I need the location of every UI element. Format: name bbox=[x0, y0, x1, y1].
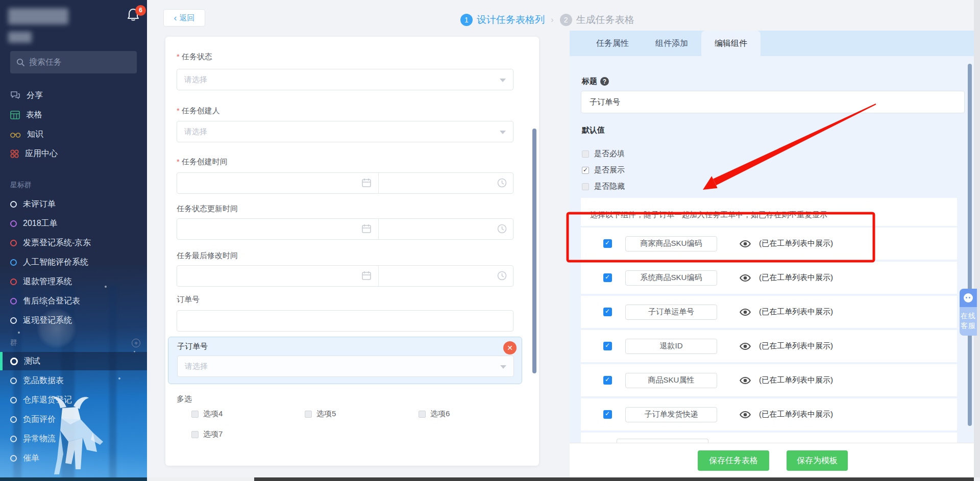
component-row-partial bbox=[581, 433, 957, 443]
group-ring-icon bbox=[10, 377, 17, 384]
eye-icon[interactable] bbox=[740, 273, 751, 283]
sidebar-group-item[interactable]: 发票登记系统-京东 bbox=[0, 234, 147, 252]
tab-add-component[interactable]: 组件添加 bbox=[642, 31, 701, 56]
select-task-status[interactable]: 请选择 bbox=[177, 69, 513, 90]
sidebar-item-tables[interactable]: 表格 bbox=[0, 106, 147, 124]
clock-icon bbox=[497, 271, 507, 281]
sidebar-group-item[interactable]: 异常物流 bbox=[0, 429, 147, 448]
sidebar-group-item[interactable]: 未评订单 bbox=[0, 195, 147, 213]
sidebar-group-item[interactable]: 退款管理系统 bbox=[0, 272, 147, 291]
checkbox-checked-icon bbox=[582, 167, 589, 174]
checkbox-label: 选项5 bbox=[316, 409, 336, 419]
checkbox-option5[interactable]: 选项5 bbox=[305, 409, 336, 419]
search-input[interactable]: 搜索任务 bbox=[10, 51, 137, 73]
add-group-button[interactable]: + bbox=[132, 339, 140, 347]
app-screen: 6 搜索任务 分享 表格 bbox=[0, 0, 980, 481]
input-divider bbox=[378, 266, 379, 286]
group-label: 竞品数据表 bbox=[23, 375, 64, 386]
sidebar-group-item-selected[interactable]: 测试 bbox=[0, 352, 147, 370]
select-placeholder: 请选择 bbox=[185, 362, 208, 371]
editor-tabbar: 任务属性 组件添加 编辑组件 bbox=[570, 31, 974, 56]
datetime-task-created[interactable] bbox=[177, 172, 513, 194]
save-as-template-button[interactable]: 保存为模板 bbox=[787, 450, 848, 471]
eye-icon[interactable] bbox=[740, 410, 751, 419]
sidebar-group-item[interactable]: 负面评价 bbox=[0, 410, 147, 428]
step-separator-chevron: › bbox=[551, 15, 554, 25]
user-subtitle-blurred bbox=[8, 32, 32, 43]
save-task-table-button[interactable]: 保存任务表格 bbox=[698, 450, 769, 471]
checkbox-checked-blue-icon[interactable] bbox=[603, 273, 612, 282]
group-label: 人工智能评价系统 bbox=[23, 257, 88, 268]
checkbox-option4[interactable]: 选项4 bbox=[191, 409, 223, 419]
shown-note: (已在工单列表中展示) bbox=[759, 410, 833, 419]
datetime-status-updated[interactable] bbox=[177, 218, 513, 240]
checkbox-checked-blue-icon[interactable] bbox=[603, 410, 612, 419]
sidebar-item-label: 表格 bbox=[26, 110, 42, 120]
component-pill[interactable]: 退款ID bbox=[625, 339, 717, 354]
group-ring-icon bbox=[10, 358, 18, 365]
datetime-last-modified[interactable] bbox=[177, 265, 513, 287]
checkbox-checked-blue-icon[interactable] bbox=[603, 342, 612, 350]
order-number-input[interactable] bbox=[177, 310, 513, 332]
step-label: 设计任务表格列 bbox=[477, 13, 545, 27]
suborder-select[interactable]: 请选择 bbox=[177, 356, 514, 377]
chevron-down-icon bbox=[500, 131, 506, 134]
online-service-tab[interactable]: 在线客服 bbox=[960, 289, 977, 336]
component-pill[interactable]: 商品SKU属性 bbox=[625, 373, 717, 388]
component-title-input[interactable]: 子订单号 bbox=[581, 91, 965, 113]
horizontal-scrollbar-thumb[interactable] bbox=[254, 477, 974, 481]
form-scrollbar-thumb[interactable] bbox=[532, 129, 536, 373]
checkbox-checked-blue-icon[interactable] bbox=[603, 308, 612, 316]
calendar-icon bbox=[362, 224, 371, 234]
component-pill[interactable]: 商家商品SKU编码 bbox=[625, 236, 717, 251]
component-editor-panel: 任务属性 组件添加 编辑组件 标题 子订单号 默认值 是否必填 是否展示 是否隐… bbox=[570, 31, 974, 481]
group-label: 发票登记系统-京东 bbox=[23, 238, 91, 248]
back-button[interactable]: 返回 bbox=[163, 9, 205, 27]
panel-scrollbar-thumb[interactable] bbox=[968, 64, 972, 426]
checkbox-checked-blue-icon[interactable] bbox=[603, 239, 612, 248]
sidebar-item-app-center[interactable]: 应用中心 bbox=[0, 144, 147, 163]
group-ring-icon bbox=[10, 416, 17, 423]
sidebar-group-item[interactable]: 售后综合登记表 bbox=[0, 292, 147, 310]
page-scrollbar-track[interactable] bbox=[974, 0, 980, 481]
glasses-icon bbox=[10, 131, 21, 138]
eye-icon[interactable] bbox=[740, 308, 751, 317]
option-required[interactable]: 是否必填 bbox=[582, 149, 625, 159]
selected-component-suborder[interactable]: 子订单号 ✕ 请选择 bbox=[168, 337, 522, 384]
checkbox-label: 选项6 bbox=[430, 409, 450, 419]
help-icon[interactable] bbox=[600, 77, 609, 86]
field-label: *任务状态 bbox=[177, 52, 212, 62]
sidebar: 6 搜索任务 分享 表格 bbox=[0, 0, 147, 481]
shown-note: (已在工单列表中展示) bbox=[759, 341, 833, 351]
eye-icon[interactable] bbox=[740, 376, 751, 385]
component-pill[interactable]: 子订单运单号 bbox=[625, 305, 717, 320]
remove-component-button[interactable]: ✕ bbox=[503, 341, 517, 355]
option-display[interactable]: 是否展示 bbox=[582, 165, 625, 175]
group-label: 仓库退货登记 bbox=[23, 395, 72, 406]
sidebar-group-item[interactable]: 催单 bbox=[0, 449, 147, 467]
tab-task-attributes[interactable]: 任务属性 bbox=[583, 31, 642, 56]
step-label: 生成任务表格 bbox=[576, 13, 634, 27]
sidebar-item-share[interactable]: 分享 bbox=[0, 86, 147, 105]
sidebar-group-item[interactable]: 竞品数据表 bbox=[0, 371, 147, 390]
checkbox-option7[interactable]: 选项7 bbox=[191, 429, 223, 439]
section-title-groups: 群 bbox=[10, 338, 17, 347]
eye-icon[interactable] bbox=[740, 239, 751, 248]
sidebar-group-item[interactable]: 返现登记系统 bbox=[0, 311, 147, 330]
group-label: 测试 bbox=[24, 356, 40, 367]
checkbox-option6[interactable]: 选项6 bbox=[419, 409, 450, 419]
tab-edit-component[interactable]: 编辑组件 bbox=[701, 31, 761, 56]
notifications-bell[interactable]: 6 bbox=[127, 7, 145, 27]
sidebar-group-item[interactable]: 仓库退货登记 bbox=[0, 391, 147, 409]
component-pill[interactable]: 子订单发货快递 bbox=[625, 407, 717, 422]
select-task-creator[interactable]: 请选择 bbox=[177, 121, 513, 142]
option-label: 是否必填 bbox=[594, 149, 625, 159]
group-label: 负面评价 bbox=[23, 414, 56, 425]
component-pill[interactable]: 系统商品SKU编码 bbox=[625, 270, 717, 286]
sidebar-group-item[interactable]: 2018工单 bbox=[0, 214, 147, 233]
sidebar-group-item[interactable]: 人工智能评价系统 bbox=[0, 253, 147, 271]
eye-icon[interactable] bbox=[740, 342, 751, 351]
checkbox-checked-blue-icon[interactable] bbox=[603, 376, 612, 385]
option-hidden[interactable]: 是否隐藏 bbox=[582, 182, 625, 191]
sidebar-item-knowledge[interactable]: 知识 bbox=[0, 125, 147, 143]
